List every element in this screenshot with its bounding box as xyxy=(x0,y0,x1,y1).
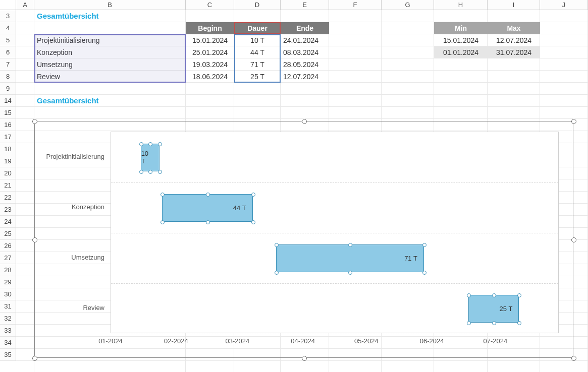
task-begin-1[interactable]: 25.01.2024 xyxy=(186,46,234,58)
row-head-17[interactable]: 17 xyxy=(0,131,16,143)
bar-handle[interactable] xyxy=(206,193,210,197)
row-head-34[interactable]: 34 xyxy=(0,337,16,349)
header-begin[interactable]: Beginn xyxy=(186,22,234,34)
chart-resize-handle[interactable] xyxy=(571,237,576,242)
task-end-0[interactable]: 24.01.2024 xyxy=(281,34,329,46)
task-end-1[interactable]: 08.03.2024 xyxy=(281,46,329,58)
bar-handle[interactable] xyxy=(161,193,165,197)
bar-handle[interactable] xyxy=(348,271,352,275)
spreadsheet-grid[interactable]: GesamtübersichtBeginnDauerEndeProjektini… xyxy=(16,10,588,372)
chart-resize-handle[interactable] xyxy=(302,119,307,124)
bar-handle[interactable] xyxy=(251,220,255,224)
row-head-18[interactable]: 18 xyxy=(0,143,16,155)
bar-handle[interactable] xyxy=(422,271,426,275)
task-duration-3[interactable]: 25 T xyxy=(234,71,281,83)
bar-handle[interactable] xyxy=(492,293,496,297)
task-duration-2[interactable]: 71 T xyxy=(234,58,281,71)
chart-resize-handle[interactable] xyxy=(571,119,576,124)
task-end-2[interactable]: 28.05.2024 xyxy=(281,58,329,71)
row-head-28[interactable]: 28 xyxy=(0,264,16,276)
row-head-4[interactable]: 4 xyxy=(0,22,16,34)
chart-bar-0[interactable]: 10 T xyxy=(141,144,160,171)
row-head-16[interactable]: 16 xyxy=(0,119,16,131)
bar-handle[interactable] xyxy=(517,293,521,297)
section-title-top[interactable]: Gesamtübersicht xyxy=(34,10,186,22)
bar-handle[interactable] xyxy=(492,321,496,325)
row-head-29[interactable]: 29 xyxy=(0,276,16,288)
chart-bar-3[interactable]: 25 T xyxy=(468,295,519,323)
chart-resize-handle[interactable] xyxy=(32,237,37,242)
row-head-33[interactable]: 33 xyxy=(0,325,16,337)
row-head-32[interactable]: 32 xyxy=(0,313,16,325)
row-head-19[interactable]: 19 xyxy=(0,155,16,167)
task-name-3[interactable]: Review xyxy=(34,71,186,83)
header-duration[interactable]: Dauer xyxy=(234,22,281,34)
row-head-30[interactable]: 30 xyxy=(0,288,16,300)
bar-handle[interactable] xyxy=(206,220,210,224)
chart-bar-2[interactable]: 71 T xyxy=(276,244,424,272)
bar-handle[interactable] xyxy=(467,293,471,297)
bar-handle[interactable] xyxy=(158,142,162,146)
task-duration-0[interactable]: 10 T xyxy=(234,34,281,46)
task-name-2[interactable]: Umsetzung xyxy=(34,58,186,71)
minmax-max-0[interactable]: 12.07.2024 xyxy=(488,34,540,46)
row-head-6[interactable]: 6 xyxy=(0,46,16,58)
col-head-I[interactable]: I xyxy=(488,0,540,10)
chart-resize-handle[interactable] xyxy=(571,356,576,361)
row-head-21[interactable]: 21 xyxy=(0,179,16,192)
bar-handle[interactable] xyxy=(275,243,279,247)
chart-resize-handle[interactable] xyxy=(32,356,37,361)
row-head-22[interactable]: 22 xyxy=(0,192,16,204)
row-head-25[interactable]: 25 xyxy=(0,228,16,240)
task-begin-3[interactable]: 18.06.2024 xyxy=(186,71,234,83)
section-title-chart[interactable]: Gesamtübersicht xyxy=(34,95,186,107)
minmax-max-1[interactable]: 31.07.2024 xyxy=(488,46,540,58)
bar-handle[interactable] xyxy=(139,170,143,174)
col-head-H[interactable]: H xyxy=(434,0,488,10)
row-head-9[interactable]: 9 xyxy=(0,83,16,95)
col-head-F[interactable]: F xyxy=(329,0,382,10)
task-begin-0[interactable]: 15.01.2024 xyxy=(186,34,234,46)
header-max[interactable]: Max xyxy=(488,22,540,34)
bar-handle[interactable] xyxy=(161,220,165,224)
minmax-min-0[interactable]: 15.01.2024 xyxy=(434,34,488,46)
chart-resize-handle[interactable] xyxy=(32,119,37,124)
bar-handle[interactable] xyxy=(517,321,521,325)
task-name-1[interactable]: Konzeption xyxy=(34,46,186,58)
bar-handle[interactable] xyxy=(139,142,143,146)
col-head-E[interactable]: E xyxy=(281,0,329,10)
col-head-G[interactable]: G xyxy=(382,0,434,10)
row-head-3[interactable]: 3 xyxy=(0,10,16,22)
bar-handle[interactable] xyxy=(148,170,152,174)
col-head-B[interactable]: B xyxy=(34,0,186,10)
row-head-15[interactable]: 15 xyxy=(0,107,16,119)
task-name-0[interactable]: Projektinitialisierung xyxy=(34,34,186,46)
bar-handle[interactable] xyxy=(158,170,162,174)
col-head-C[interactable]: C xyxy=(186,0,234,10)
bar-handle[interactable] xyxy=(422,243,426,247)
row-head-5[interactable]: 5 xyxy=(0,34,16,46)
col-head-A[interactable]: A xyxy=(16,0,34,10)
header-end[interactable]: Ende xyxy=(281,22,329,34)
minmax-min-1[interactable]: 01.01.2024 xyxy=(434,46,488,58)
header-min[interactable]: Min xyxy=(434,22,488,34)
bar-handle[interactable] xyxy=(348,243,352,247)
row-head-23[interactable]: 23 xyxy=(0,204,16,216)
row-head-27[interactable]: 27 xyxy=(0,252,16,264)
row-head-7[interactable]: 7 xyxy=(0,58,16,71)
col-head-J[interactable]: J xyxy=(540,0,588,10)
row-head-31[interactable]: 31 xyxy=(0,300,16,313)
bar-handle[interactable] xyxy=(467,321,471,325)
task-end-3[interactable]: 12.07.2024 xyxy=(281,71,329,83)
chart-object[interactable]: 10 T44 T71 T25 TProjektinitialisierungKo… xyxy=(34,121,573,358)
row-head-24[interactable]: 24 xyxy=(0,216,16,228)
bar-handle[interactable] xyxy=(251,193,255,197)
row-head-20[interactable]: 20 xyxy=(0,167,16,179)
task-begin-2[interactable]: 19.03.2024 xyxy=(186,58,234,71)
row-head-14[interactable]: 14 xyxy=(0,95,16,107)
bar-handle[interactable] xyxy=(148,142,152,146)
bar-handle[interactable] xyxy=(275,271,279,275)
task-duration-1[interactable]: 44 T xyxy=(234,46,281,58)
chart-bar-1[interactable]: 44 T xyxy=(162,194,253,222)
row-head-35[interactable]: 35 xyxy=(0,349,16,361)
